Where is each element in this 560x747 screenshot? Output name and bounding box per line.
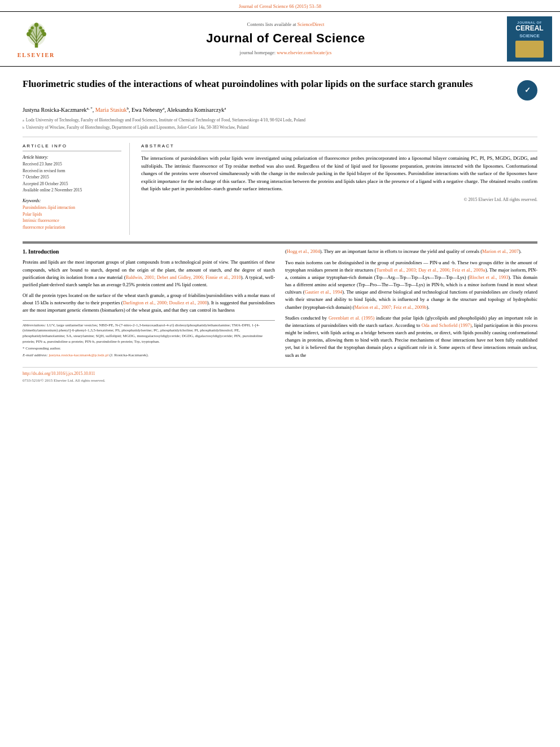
affiliation-a: a Lodz University of Technology, Faculty… (23, 117, 537, 123)
abstract-text: The interactions of puroindolines with p… (141, 155, 537, 193)
right-para-3: Studies conducted by Greenblatt et al. (… (285, 314, 537, 359)
doi-link[interactable]: http://dx.doi.org/10.1016/j.jcs.2015.10.… (23, 371, 95, 376)
journal-logo-box: JOURNAL OF CEREAL SCIENCE (507, 16, 552, 62)
keywords-label: Keywords: (23, 198, 121, 204)
right-para-2: Two main isoforms can be distinguished i… (285, 259, 537, 311)
ref-marion-2[interactable]: Marion et al., 2007; Feiz et al., 2009b (355, 304, 427, 310)
svg-point-13 (41, 29, 44, 33)
sciencedirect-link[interactable]: ScienceDirect (298, 21, 325, 27)
keywords-group: Keywords: Puroindolines–lipid interactio… (23, 198, 121, 231)
affiliation-b: b University of Wroclaw, Faculty of Biot… (23, 124, 537, 130)
affiliations: a Lodz University of Technology, Faculty… (23, 117, 537, 131)
intro-heading: 1. Introduction (23, 248, 275, 256)
ref-turnbull[interactable]: Turnbull et al., 2003; Day et al., 2006;… (376, 267, 485, 273)
logo-image-area (515, 41, 544, 58)
footer-copyright: 0733-5210/© 2015 Elsevier Ltd. All right… (23, 378, 537, 384)
received-revised-label: Received in revised form (23, 168, 121, 174)
logo-science-text: SCIENCE (519, 33, 540, 39)
contents-line: Contents lists available at ScienceDirec… (64, 21, 507, 28)
author-3: Ewa Nebesny (132, 107, 163, 113)
abbrev-note: Abbreviations: LUV, large unilamellar ve… (23, 323, 275, 345)
journal-homepage: journal homepage: www.elsevier.com/locat… (64, 50, 507, 56)
ref-blochet[interactable]: Blochet et al., 1993 (469, 274, 508, 280)
body-left: 1. Introduction Proteins and lipids are … (23, 248, 275, 362)
intro-section: 1. Introduction Proteins and lipids are … (23, 248, 275, 314)
revised-date: 7 October 2015 (23, 174, 121, 181)
journal-citation: Journal of Cereal Science 66 (2015) 53–5… (0, 0, 560, 11)
accepted-date: Accepted 28 October 2015 (23, 181, 121, 187)
available-date: Available online 2 November 2015 (23, 187, 121, 194)
email-link[interactable]: justyna.rosicka-kaczmarek@p.lodz.pl (49, 353, 108, 357)
author-2: Maria Stasiuk (95, 107, 127, 113)
journal-banner: ELSEVIER Contents lists available at Sci… (0, 11, 560, 67)
body-separator (23, 242, 537, 243)
abstract-label: ABSTRACT (141, 143, 537, 151)
intro-para-2: Of all the protein types located on the … (23, 292, 275, 314)
elsevier-tree-icon (21, 19, 52, 50)
author-1: Justyna Rosicka-Kaczmareka, * (23, 107, 93, 113)
received-date: Received 23 June 2015 (23, 161, 121, 168)
abstract-copyright: © 2015 Elsevier Ltd. All rights reserved… (141, 196, 537, 203)
article-history: Article history: Received 23 June 2015 R… (23, 155, 121, 194)
body-right: (Hogg et al., 2004). They are an importa… (285, 248, 537, 362)
logo-cereal-text: CEREAL (515, 25, 543, 32)
homepage-link[interactable]: www.elsevier.com/locate/jcs (277, 50, 331, 55)
article-info-col: ARTICLE INFO Article history: Received 2… (23, 143, 130, 235)
ref-baldwin[interactable]: Baldwin, 2001; Debet and Gidley, 2006; F… (126, 274, 241, 280)
footnotes-area: Abbreviations: LUV, large unilamellar ve… (23, 320, 275, 359)
elsevier-logo: ELSEVIER (8, 19, 64, 59)
journal-title: Journal of Cereal Science (64, 30, 507, 47)
ref-oda[interactable]: Oda and Schofield (1997) (422, 322, 472, 328)
elsevier-text-label: ELSEVIER (18, 51, 55, 59)
ref-hogg[interactable]: Hogg et al., 2004 (287, 248, 320, 254)
ref-darlington[interactable]: Darlington et al., 2000; Douliez et al.,… (123, 300, 207, 305)
intro-para-1: Proteins and lipids are the most importa… (23, 259, 275, 289)
authors-line: Justyna Rosicka-Kaczmareka, *, Maria Sta… (23, 106, 537, 114)
author-4: Aleksandra Komisarczyk (167, 107, 224, 113)
history-label: Article history: (23, 155, 121, 161)
keyword-3: Intrinsic fluorescence (23, 218, 121, 224)
ref-marion-1[interactable]: Marion et al., 2007 (482, 248, 519, 254)
email-note: E-mail address: justyna.rosicka-kaczmare… (23, 353, 275, 359)
keyword-2: Polar lipids (23, 212, 121, 218)
body-content: 1. Introduction Proteins and lipids are … (23, 248, 537, 362)
crossmark-badge: ✓ (517, 80, 537, 101)
svg-point-14 (30, 27, 34, 30)
svg-point-15 (39, 27, 42, 30)
article-info-label: ARTICLE INFO (23, 143, 121, 151)
main-content: Fluorimetric studies of the interactions… (0, 67, 560, 393)
ref-gautier[interactable]: Gautier et al., 1994 (305, 289, 343, 295)
svg-point-12 (28, 29, 32, 33)
corresponding-note: * Corresponding author. (23, 346, 275, 352)
article-title: Fluorimetric studies of the interactions… (23, 78, 517, 90)
article-info-abstract: ARTICLE INFO Article history: Received 2… (23, 137, 537, 235)
abstract-col: ABSTRACT The interactions of puroindolin… (141, 143, 537, 235)
journal-center-info: Contents lists available at ScienceDirec… (64, 21, 507, 57)
doi-footer: http://dx.doi.org/10.1016/j.jcs.2015.10.… (23, 367, 537, 384)
ref-greenblatt[interactable]: Greenblatt et al. (1995) (329, 315, 374, 321)
keyword-4: fluorescence polarization (23, 225, 121, 231)
svg-point-16 (34, 23, 38, 27)
keyword-1: Puroindolines–lipid interaction (23, 205, 121, 211)
right-para-1: (Hogg et al., 2004). They are an importa… (285, 248, 537, 255)
article-title-row: Fluorimetric studies of the interactions… (23, 73, 537, 101)
